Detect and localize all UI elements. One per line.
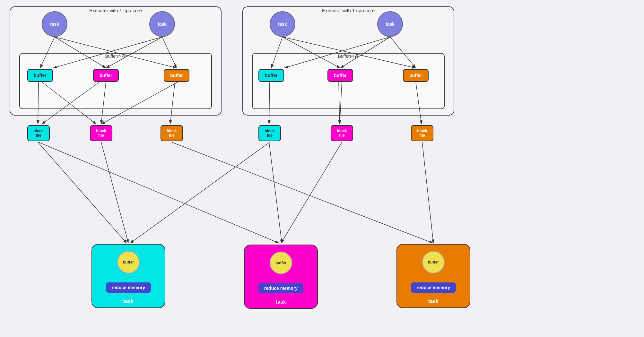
buffer-rect-3: buffer (164, 69, 189, 82)
task-box-label-3: task (428, 298, 439, 304)
task-box-buffer-3: buffer (428, 260, 439, 264)
executor-label-2: Executor with 1 cpu core (243, 6, 454, 13)
svg-line-26 (130, 142, 270, 243)
reduce-memory-btn-1[interactable]: reduce memory (106, 282, 151, 293)
block-rect-2: blockfile (90, 125, 112, 141)
block-label-1: blockfile (33, 129, 43, 138)
svg-line-29 (38, 142, 127, 243)
buffer-rect-5: buffer (327, 69, 353, 82)
buffer-label-3: buffer (170, 73, 183, 78)
buffer-label-5: buffer (334, 73, 347, 78)
task-box-circle-1: buffer (117, 251, 140, 273)
task-box-label-1: task (123, 298, 134, 304)
buffer-label-4: buffer (265, 73, 278, 78)
svg-line-24 (101, 142, 128, 243)
task-box-label-2: task (276, 299, 286, 305)
buffer-label-6: buffer (409, 73, 422, 78)
block-rect-3: blockfile (161, 125, 183, 141)
task-label-1: task (50, 22, 59, 27)
svg-line-28 (422, 142, 433, 243)
task-box-1: buffer reduce memory task (91, 244, 165, 308)
executor-label-1: Executor with 1 cpu core (10, 6, 221, 13)
task-circle-3: task (270, 11, 295, 37)
task-box-buffer-2: buffer (275, 261, 286, 265)
task-box-circle-2: buffer (270, 252, 292, 274)
buffer-memory-label-2: Buffer内存 (253, 53, 444, 59)
task-label-4: task (386, 22, 395, 27)
block-label-5: blockfile (337, 129, 347, 138)
block-label-3: blockfile (167, 129, 177, 138)
buffer-memory-label-1: Buffer内存 (20, 53, 211, 59)
block-rect-4: blockfile (258, 125, 281, 141)
task-circle-4: task (377, 11, 403, 37)
reduce-memory-btn-3[interactable]: reduce memory (411, 282, 456, 293)
block-label-4: blockfile (265, 129, 274, 138)
svg-line-25 (172, 142, 433, 243)
task-box-buffer-1: buffer (123, 260, 134, 264)
svg-line-30 (269, 142, 282, 243)
task-box-3: buffer reduce memory task (396, 244, 470, 308)
buffer-rect-6: buffer (403, 69, 429, 82)
buffer-rect-2: buffer (93, 69, 119, 82)
block-rect-6: blockfile (411, 125, 433, 141)
buffer-rect-1: buffer (27, 69, 53, 82)
svg-line-23 (39, 142, 279, 243)
buffer-label-2: buffer (100, 73, 112, 78)
task-circle-2: task (149, 11, 175, 37)
task-label-3: task (278, 22, 287, 27)
buffer-label-1: buffer (34, 73, 47, 78)
task-box-2: buffer reduce memory task (244, 245, 318, 309)
block-label-2: blockfile (96, 129, 106, 138)
diagram-container: Executor with 1 cpu core Executor with 1… (0, 0, 644, 337)
block-label-6: blockfile (417, 129, 427, 138)
reduce-memory-btn-2[interactable]: reduce memory (258, 283, 303, 293)
task-circle-1: task (42, 11, 67, 37)
svg-line-27 (281, 142, 342, 243)
buffer-rect-4: buffer (258, 69, 284, 82)
task-label-2: task (158, 22, 167, 27)
block-rect-5: blockfile (331, 125, 353, 141)
block-rect-1: blockfile (27, 125, 50, 141)
task-box-circle-3: buffer (422, 251, 445, 273)
